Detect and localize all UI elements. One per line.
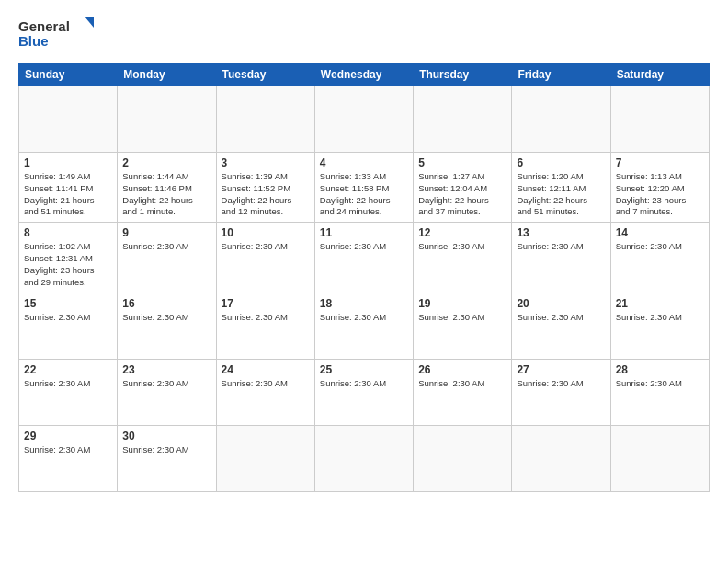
day-cell: 20Sunrise: 2:30 AM: [512, 293, 610, 359]
day-info: Sunrise: 1:02 AM Sunset: 12:31 AM Daylig…: [24, 241, 112, 288]
day-info: Sunrise: 2:30 AM: [24, 312, 112, 324]
day-info: Sunrise: 2:30 AM: [616, 241, 704, 253]
day-number: 20: [517, 297, 605, 310]
day-info: Sunrise: 2:30 AM: [222, 378, 310, 390]
week-row-5: 22Sunrise: 2:30 AM23Sunrise: 2:30 AM24Su…: [19, 359, 710, 425]
day-number: 15: [24, 297, 112, 310]
day-cell: 16Sunrise: 2:30 AM: [118, 293, 216, 359]
day-info: Sunrise: 2:30 AM: [517, 312, 605, 324]
col-header-sunday: Sunday: [19, 63, 118, 86]
day-number: 16: [122, 297, 210, 310]
calendar-header-row: SundayMondayTuesdayWednesdayThursdayFrid…: [19, 63, 710, 86]
week-row-2: 1Sunrise: 1:49 AM Sunset: 11:41 PM Dayli…: [19, 153, 710, 223]
day-number: 12: [418, 226, 506, 239]
week-row-4: 15Sunrise: 2:30 AM16Sunrise: 2:30 AM17Su…: [19, 293, 710, 359]
day-number: 2: [122, 156, 210, 169]
day-cell: 1Sunrise: 1:49 AM Sunset: 11:41 PM Dayli…: [19, 153, 118, 223]
day-cell: 24Sunrise: 2:30 AM: [216, 359, 314, 425]
day-cell: 18Sunrise: 2:30 AM: [314, 293, 413, 359]
day-cell: 9Sunrise: 2:30 AM: [118, 223, 216, 293]
col-header-friday: Friday: [512, 63, 610, 86]
day-number: 13: [517, 226, 605, 239]
day-cell: [414, 425, 512, 491]
day-cell: 15Sunrise: 2:30 AM: [19, 293, 118, 359]
day-cell: 19Sunrise: 2:30 AM: [414, 293, 512, 359]
svg-text:General: General: [18, 18, 70, 34]
day-number: 1: [24, 156, 112, 169]
day-number: 9: [122, 226, 210, 239]
day-number: 25: [320, 363, 408, 376]
day-cell: [216, 425, 314, 491]
day-info: Sunrise: 1:33 AM Sunset: 11:58 PM Daylig…: [320, 171, 408, 218]
calendar-table: SundayMondayTuesdayWednesdayThursdayFrid…: [18, 63, 710, 492]
day-number: 27: [517, 363, 605, 376]
day-number: 18: [320, 297, 408, 310]
day-info: Sunrise: 2:30 AM: [122, 444, 210, 456]
col-header-monday: Monday: [118, 63, 216, 86]
day-cell: 30Sunrise: 2:30 AM: [118, 425, 216, 491]
day-cell: 3Sunrise: 1:39 AM Sunset: 11:52 PM Dayli…: [216, 153, 314, 223]
day-info: Sunrise: 2:30 AM: [418, 378, 506, 390]
day-cell: 14Sunrise: 2:30 AM: [610, 223, 709, 293]
svg-marker-2: [85, 17, 94, 28]
day-cell: 25Sunrise: 2:30 AM: [314, 359, 413, 425]
day-number: 19: [418, 297, 506, 310]
day-number: 17: [222, 297, 310, 310]
day-number: 14: [616, 226, 704, 239]
week-row-3: 8Sunrise: 1:02 AM Sunset: 12:31 AM Dayli…: [19, 223, 710, 293]
day-info: Sunrise: 2:30 AM: [24, 378, 112, 390]
col-header-thursday: Thursday: [414, 63, 512, 86]
day-info: Sunrise: 2:30 AM: [122, 241, 210, 253]
page: General Blue SundayMondayTuesdayWednesda…: [0, 0, 728, 563]
day-info: Sunrise: 2:30 AM: [122, 312, 210, 324]
day-info: Sunrise: 2:30 AM: [320, 312, 408, 324]
day-cell: 22Sunrise: 2:30 AM: [19, 359, 118, 425]
day-number: 22: [24, 363, 112, 376]
day-cell: [314, 425, 413, 491]
day-cell: 17Sunrise: 2:30 AM: [216, 293, 314, 359]
logo-svg: General Blue: [18, 15, 101, 53]
day-cell: [118, 86, 216, 153]
day-info: Sunrise: 1:39 AM Sunset: 11:52 PM Daylig…: [222, 171, 310, 218]
day-cell: [414, 86, 512, 153]
day-info: Sunrise: 2:30 AM: [616, 378, 704, 390]
day-cell: 23Sunrise: 2:30 AM: [118, 359, 216, 425]
day-number: 10: [222, 226, 310, 239]
day-number: 24: [222, 363, 310, 376]
day-number: 8: [24, 226, 112, 239]
day-info: Sunrise: 2:30 AM: [320, 378, 408, 390]
day-info: Sunrise: 1:49 AM Sunset: 11:41 PM Daylig…: [24, 171, 112, 218]
day-cell: 7Sunrise: 1:13 AM Sunset: 12:20 AM Dayli…: [610, 153, 709, 223]
day-info: Sunrise: 2:30 AM: [122, 378, 210, 390]
day-number: 7: [616, 156, 704, 169]
day-number: 29: [24, 430, 112, 442]
col-header-tuesday: Tuesday: [216, 63, 314, 86]
day-info: Sunrise: 1:44 AM Sunset: 11:46 PM Daylig…: [122, 171, 210, 218]
day-info: Sunrise: 1:13 AM Sunset: 12:20 AM Daylig…: [616, 171, 704, 218]
logo: General Blue: [18, 15, 101, 53]
day-cell: [19, 86, 118, 153]
col-header-saturday: Saturday: [610, 63, 709, 86]
day-cell: [512, 425, 610, 491]
day-cell: 6Sunrise: 1:20 AM Sunset: 12:11 AM Dayli…: [512, 153, 610, 223]
day-cell: [610, 425, 709, 491]
day-cell: 11Sunrise: 2:30 AM: [314, 223, 413, 293]
day-cell: 10Sunrise: 2:30 AM: [216, 223, 314, 293]
day-cell: 26Sunrise: 2:30 AM: [414, 359, 512, 425]
day-cell: 21Sunrise: 2:30 AM: [610, 293, 709, 359]
day-cell: 27Sunrise: 2:30 AM: [512, 359, 610, 425]
day-cell: 5Sunrise: 1:27 AM Sunset: 12:04 AM Dayli…: [414, 153, 512, 223]
day-number: 3: [222, 156, 310, 169]
week-row-1: [19, 86, 710, 153]
day-cell: 13Sunrise: 2:30 AM: [512, 223, 610, 293]
day-cell: [610, 86, 709, 153]
day-info: Sunrise: 2:30 AM: [320, 241, 408, 253]
day-cell: 8Sunrise: 1:02 AM Sunset: 12:31 AM Dayli…: [19, 223, 118, 293]
day-number: 5: [418, 156, 506, 169]
day-number: 11: [320, 226, 408, 239]
day-cell: 4Sunrise: 1:33 AM Sunset: 11:58 PM Dayli…: [314, 153, 413, 223]
day-info: Sunrise: 2:30 AM: [616, 312, 704, 324]
day-cell: 29Sunrise: 2:30 AM: [19, 425, 118, 491]
day-number: 23: [122, 363, 210, 376]
day-info: Sunrise: 2:30 AM: [418, 241, 506, 253]
